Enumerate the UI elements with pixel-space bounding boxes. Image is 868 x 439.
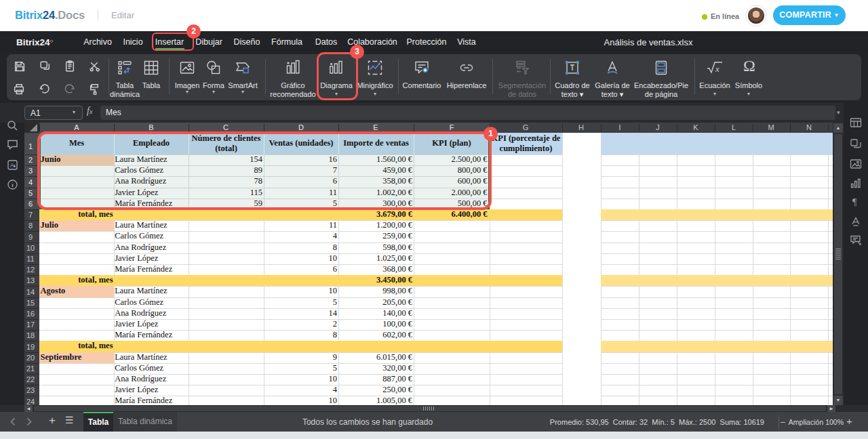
- svg-text:x: x: [715, 64, 719, 74]
- svg-text:¶: ¶: [852, 197, 857, 207]
- svg-text:A: A: [10, 162, 14, 169]
